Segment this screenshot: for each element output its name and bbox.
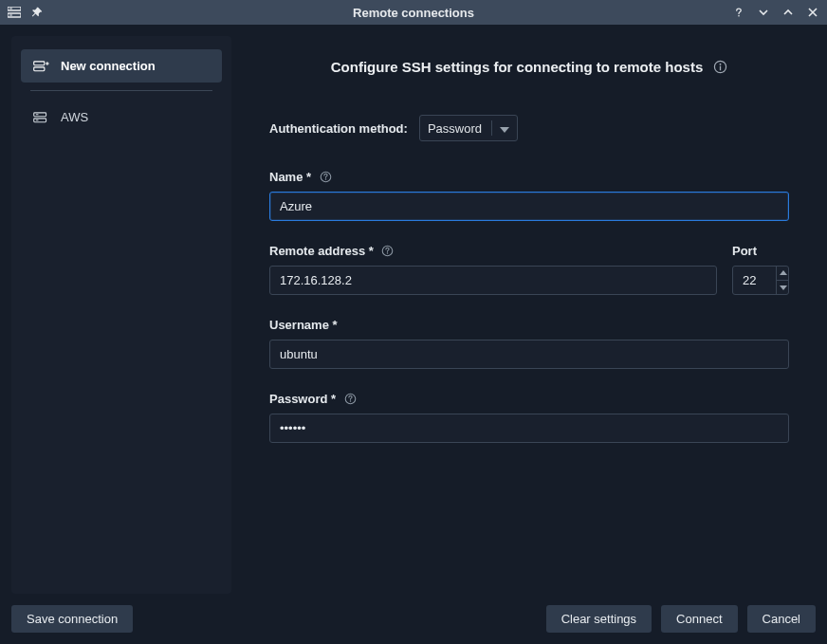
chevron-up-icon[interactable] xyxy=(781,6,795,19)
page-heading: Configure SSH settings for connecting to… xyxy=(331,59,704,75)
address-input[interactable] xyxy=(269,266,717,295)
save-connection-button[interactable]: Save connection xyxy=(11,605,133,633)
help-icon[interactable] xyxy=(732,6,745,19)
svg-point-4 xyxy=(738,15,740,17)
sidebar-item-label: AWS xyxy=(61,110,88,124)
window-title: Remote connections xyxy=(353,6,474,20)
sidebar-item-aws[interactable]: AWS xyxy=(21,101,222,134)
svg-rect-6 xyxy=(34,66,45,70)
main-panel: Configure SSH settings for connecting to… xyxy=(243,36,816,594)
footer: Save connection Clear settings Connect C… xyxy=(11,605,816,633)
port-stepper xyxy=(776,266,789,295)
divider xyxy=(30,90,212,91)
svg-rect-15 xyxy=(720,66,721,71)
password-input[interactable] xyxy=(269,414,789,443)
password-label: Password * xyxy=(269,392,336,406)
new-connection-icon xyxy=(32,60,49,73)
connection-icon xyxy=(32,111,49,124)
help-icon[interactable] xyxy=(381,245,395,258)
sidebar-item-label: New connection xyxy=(61,59,156,73)
address-label: Remote address * xyxy=(269,244,374,258)
close-icon[interactable] xyxy=(806,6,819,19)
auth-method-label: Authentication method: xyxy=(269,121,408,136)
step-down-button[interactable] xyxy=(777,281,789,295)
svg-point-17 xyxy=(324,178,325,179)
svg-point-14 xyxy=(719,64,721,65)
svg-point-19 xyxy=(387,252,388,253)
svg-rect-10 xyxy=(34,118,46,121)
name-label: Name * xyxy=(269,170,311,184)
sidebar-item-new-connection[interactable]: New connection xyxy=(21,49,222,83)
pin-icon[interactable] xyxy=(30,6,44,19)
auth-method-value: Password xyxy=(428,121,482,136)
name-input[interactable] xyxy=(269,192,789,221)
app-icon xyxy=(8,6,21,19)
svg-rect-9 xyxy=(34,112,46,116)
remote-connections-dialog: Remote connections xyxy=(0,0,827,644)
step-up-button[interactable] xyxy=(777,266,789,281)
connect-button[interactable]: Connect xyxy=(661,605,737,633)
titlebar: Remote connections xyxy=(0,0,827,25)
svg-point-21 xyxy=(349,400,350,401)
info-icon[interactable] xyxy=(712,60,727,75)
chevron-down-icon[interactable] xyxy=(757,6,770,19)
help-icon[interactable] xyxy=(319,171,332,184)
sidebar: New connection AWS xyxy=(11,36,231,594)
help-icon[interactable] xyxy=(343,393,357,406)
svg-rect-5 xyxy=(34,61,45,64)
clear-settings-button[interactable]: Clear settings xyxy=(546,605,652,633)
auth-method-select[interactable]: Password xyxy=(419,115,518,141)
username-input[interactable] xyxy=(269,340,789,369)
cancel-button[interactable]: Cancel xyxy=(747,605,816,633)
port-label: Port xyxy=(732,244,757,258)
username-label: Username * xyxy=(269,318,338,332)
chevron-down-icon xyxy=(500,121,509,136)
